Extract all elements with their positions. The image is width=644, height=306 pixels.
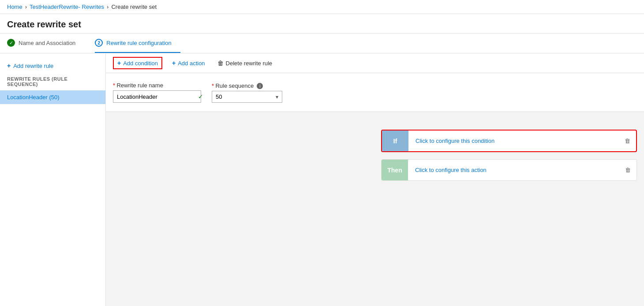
add-rewrite-rule-button[interactable]: + Add rewrite rule <box>0 59 105 73</box>
trash-icon: 🗑 <box>217 60 224 67</box>
tab-num-icon: 2 <box>95 39 103 47</box>
condition-delete-button[interactable]: 🗑 <box>618 131 636 151</box>
page-title: Create rewrite set <box>0 14 644 34</box>
tabs-bar: ✓ Name and Association 2 Rewrite rule co… <box>0 34 644 53</box>
breadcrumb-current: Create rewrite set <box>111 4 157 10</box>
tab-check-icon: ✓ <box>7 39 15 47</box>
rule-sequence-label: * Rule sequence i <box>212 82 282 90</box>
breadcrumb-rewrites[interactable]: TestHeaderRewrite- Rewrites <box>30 4 104 10</box>
rule-sequence-select-wrapper: 50 ▾ <box>212 91 282 103</box>
sidebar: + Add rewrite rule REWRITE RULES (RULE S… <box>0 53 106 306</box>
action-box: Then Click to configure this action 🗑 <box>381 159 637 181</box>
action-trash-icon: 🗑 <box>625 167 631 173</box>
rule-name-input[interactable] <box>113 91 195 102</box>
content-area: + Add condition + Add action 🗑 Delete re… <box>106 53 644 306</box>
condition-if-tag: If <box>382 131 408 151</box>
add-action-plus-icon: + <box>172 60 176 67</box>
canvas-area: If Click to configure this condition 🗑 T… <box>106 112 644 306</box>
delete-rewrite-rule-button[interactable]: 🗑 Delete rewrite rule <box>215 58 275 68</box>
add-action-label: Add action <box>178 60 205 67</box>
tab-rewrite-rule-config[interactable]: 2 Rewrite rule configuration <box>95 34 180 53</box>
condition-configure-link[interactable]: Click to configure this condition <box>408 131 618 151</box>
rule-sequence-info-icon[interactable]: i <box>257 83 263 89</box>
delete-rewrite-rule-label: Delete rewrite rule <box>226 60 273 67</box>
chevron-down-icon: ▾ <box>272 92 282 102</box>
add-condition-label: Add condition <box>123 60 158 67</box>
add-action-button[interactable]: + Add action <box>169 58 208 68</box>
rule-sequence-field: * Rule sequence i 50 ▾ <box>212 82 282 103</box>
breadcrumb-home[interactable]: Home <box>7 4 22 10</box>
tab-rewrite-rule-config-label: Rewrite rule configuration <box>106 40 171 46</box>
add-rewrite-rule-label: Add rewrite rule <box>13 63 53 69</box>
condition-trash-icon: 🗑 <box>625 138 630 144</box>
action-configure-link[interactable]: Click to configure this action <box>408 160 619 180</box>
tab-name-association-label: Name and Association <box>19 40 75 46</box>
breadcrumb: Home › TestHeaderRewrite- Rewrites › Cre… <box>0 0 644 14</box>
form-area: * Rewrite rule name ✓ * Rule sequence i … <box>106 73 644 112</box>
action-then-tag: Then <box>382 160 408 180</box>
rule-name-field: * Rewrite rule name ✓ <box>113 82 201 103</box>
input-check-icon: ✓ <box>195 91 207 102</box>
plus-icon: + <box>7 62 11 69</box>
rewrite-rules-section-label: REWRITE RULES (RULE SEQUENCE) <box>0 73 105 90</box>
action-delete-button[interactable]: 🗑 <box>619 160 637 180</box>
rule-name-input-wrapper: ✓ <box>113 90 201 103</box>
add-condition-plus-icon: + <box>117 60 121 67</box>
add-condition-button[interactable]: + Add condition <box>113 57 162 69</box>
rule-sequence-select[interactable]: 50 <box>212 91 272 102</box>
rule-item[interactable]: LocationHeader (50) <box>0 90 105 104</box>
tab-name-association[interactable]: ✓ Name and Association <box>7 34 84 53</box>
condition-box: If Click to configure this condition 🗑 <box>381 130 637 152</box>
main-content: + Add rewrite rule REWRITE RULES (RULE S… <box>0 53 644 306</box>
toolbar: + Add condition + Add action 🗑 Delete re… <box>106 53 644 73</box>
rule-name-label: * Rewrite rule name <box>113 82 201 89</box>
